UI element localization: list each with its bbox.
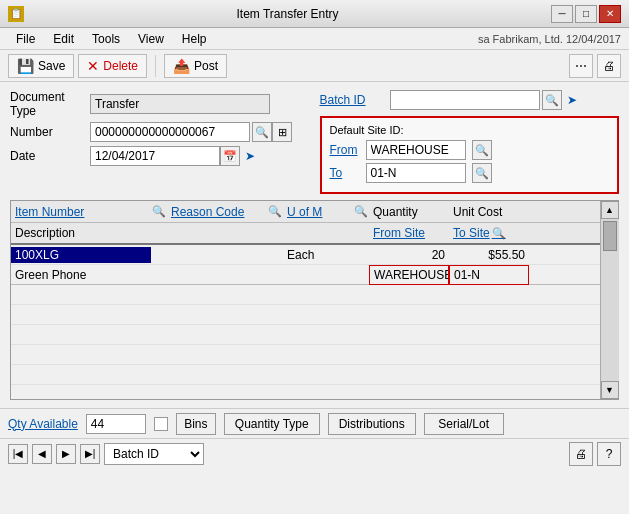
col-description: Description: [11, 224, 151, 242]
table-row: [11, 325, 600, 345]
from-site-lookup-btn[interactable]: 🔍: [472, 140, 492, 160]
delete-button[interactable]: ✕ Delete: [78, 54, 147, 78]
number-add-btn[interactable]: ⊞: [272, 122, 292, 142]
scroll-down-btn[interactable]: ▼: [601, 381, 619, 399]
grid-wrapper: Item Number 🔍 Reason Code 🔍 U of M 🔍 Qua…: [10, 200, 619, 400]
menu-tools[interactable]: Tools: [84, 30, 128, 48]
from-site-input[interactable]: [366, 140, 466, 160]
serial-lot-button[interactable]: Serial/Lot: [424, 413, 504, 435]
date-input[interactable]: [90, 146, 220, 166]
nav-next-btn[interactable]: ▶: [56, 444, 76, 464]
col-from-site[interactable]: From Site: [369, 224, 449, 242]
save-button[interactable]: 💾 Save: [8, 54, 74, 78]
qty-checkbox[interactable]: [154, 417, 168, 431]
item-number-lookup-icon[interactable]: 🔍: [151, 205, 167, 218]
to-site-input[interactable]: [366, 163, 466, 183]
menu-items: File Edit Tools View Help: [8, 30, 215, 48]
from-site-row: From 🔍: [330, 140, 610, 160]
col-quantity: Quantity: [369, 203, 449, 221]
maximize-button[interactable]: □: [575, 5, 597, 23]
post-icon: 📤: [173, 58, 190, 74]
top-section: Document Type Number 🔍 ⊞ Date 📅 ➤ Batch …: [10, 90, 619, 194]
table-row: [11, 305, 600, 325]
scroll-up-btn[interactable]: ▲: [601, 201, 619, 219]
col-to-site[interactable]: To Site 🔍: [449, 224, 529, 242]
menu-bar: File Edit Tools View Help sa Fabrikam, L…: [0, 28, 629, 50]
nav-select[interactable]: Batch ID: [104, 443, 204, 465]
document-type-input[interactable]: [90, 94, 270, 114]
cell-quantity-0: 20: [369, 246, 449, 264]
grid-scrollbar[interactable]: ▲ ▼: [600, 201, 618, 399]
number-row: Number 🔍 ⊞: [10, 122, 310, 142]
nav-last-btn[interactable]: ▶|: [80, 444, 100, 464]
uom-lookup-icon[interactable]: 🔍: [353, 205, 369, 218]
nav-right: 🖨 ?: [569, 442, 621, 466]
nav-help-btn[interactable]: ?: [597, 442, 621, 466]
to-site-lookup-icon[interactable]: 🔍: [492, 227, 506, 240]
table-row: [11, 345, 600, 365]
cell-uom-0: Each: [283, 246, 353, 264]
table-row-desc: Green Phone WAREHOUSE 01-N: [11, 265, 600, 285]
number-input[interactable]: [90, 122, 250, 142]
to-site-label[interactable]: To: [330, 166, 360, 180]
cell-item-number-0[interactable]: 100XLG: [11, 247, 151, 263]
number-label: Number: [10, 125, 90, 139]
date-label: Date: [10, 149, 90, 163]
post-button[interactable]: 📤 Post: [164, 54, 227, 78]
default-site-id-title: Default Site ID:: [330, 124, 610, 136]
toolbar-extra-btn[interactable]: ⋯: [569, 54, 593, 78]
col-uom[interactable]: U of M: [283, 203, 353, 221]
menu-edit[interactable]: Edit: [45, 30, 82, 48]
col-item-number[interactable]: Item Number: [11, 203, 151, 221]
calendar-btn[interactable]: 📅: [220, 146, 240, 166]
toolbar-print-btn[interactable]: 🖨: [597, 54, 621, 78]
menu-file[interactable]: File: [8, 30, 43, 48]
to-site-lookup-btn[interactable]: 🔍: [472, 163, 492, 183]
number-lookup-btn[interactable]: 🔍: [252, 122, 272, 142]
close-button[interactable]: ✕: [599, 5, 621, 23]
nav-print-btn[interactable]: 🖨: [569, 442, 593, 466]
cell-unit-cost-0: $55.50: [449, 246, 529, 264]
left-fields: Document Type Number 🔍 ⊞ Date 📅 ➤: [10, 90, 310, 194]
toolbar: 💾 Save ✕ Delete 📤 Post ⋯ 🖨: [0, 50, 629, 82]
qty-available-label[interactable]: Qty Available: [8, 417, 78, 431]
qty-available-input[interactable]: [86, 414, 146, 434]
nav-prev-btn[interactable]: ◀: [32, 444, 52, 464]
col-reason-code[interactable]: Reason Code: [167, 203, 267, 221]
app-icon: 📋: [8, 6, 24, 22]
main-content: Document Type Number 🔍 ⊞ Date 📅 ➤ Batch …: [0, 82, 629, 408]
scroll-thumb[interactable]: [603, 221, 617, 251]
minimize-button[interactable]: ─: [551, 5, 573, 23]
menu-help[interactable]: Help: [174, 30, 215, 48]
reason-code-lookup-icon[interactable]: 🔍: [267, 205, 283, 218]
document-type-label: Document Type: [10, 90, 90, 118]
to-site-row: To 🔍: [330, 163, 610, 183]
document-type-row: Document Type: [10, 90, 310, 118]
batch-id-label[interactable]: Batch ID: [320, 93, 390, 107]
delete-label: Delete: [103, 59, 138, 73]
distributions-button[interactable]: Distributions: [328, 413, 416, 435]
cell-description-0: Green Phone: [11, 266, 151, 284]
col-unit-cost: Unit Cost: [449, 203, 529, 221]
batch-lookup-btn[interactable]: 🔍: [542, 90, 562, 110]
bins-button[interactable]: Bins: [176, 413, 216, 435]
post-label: Post: [194, 59, 218, 73]
grid-main: Item Number 🔍 Reason Code 🔍 U of M 🔍 Qua…: [11, 201, 600, 399]
cell-reason-code-0[interactable]: [167, 253, 267, 257]
quantity-type-button[interactable]: Quantity Type: [224, 413, 320, 435]
window-title: Item Transfer Entry: [24, 7, 551, 21]
menu-view[interactable]: View: [130, 30, 172, 48]
save-icon: 💾: [17, 58, 34, 74]
date-arrow-btn[interactable]: ➤: [240, 146, 260, 166]
default-site-id-box: Default Site ID: From 🔍 To 🔍: [320, 116, 620, 194]
batch-arrow-btn[interactable]: ➤: [562, 90, 582, 110]
nav-bar: |◀ ◀ ▶ ▶| Batch ID 🖨 ?: [0, 438, 629, 468]
nav-first-btn[interactable]: |◀: [8, 444, 28, 464]
table-row: [11, 285, 600, 305]
cell-from-site-0: WAREHOUSE: [369, 265, 449, 285]
right-fields: Batch ID 🔍 ➤ Default Site ID: From 🔍 To …: [320, 90, 620, 194]
table-row: 100XLG Each 20 $55.50: [11, 245, 600, 265]
batch-id-input[interactable]: [390, 90, 540, 110]
scroll-track: [601, 219, 619, 381]
from-site-label[interactable]: From: [330, 143, 360, 157]
